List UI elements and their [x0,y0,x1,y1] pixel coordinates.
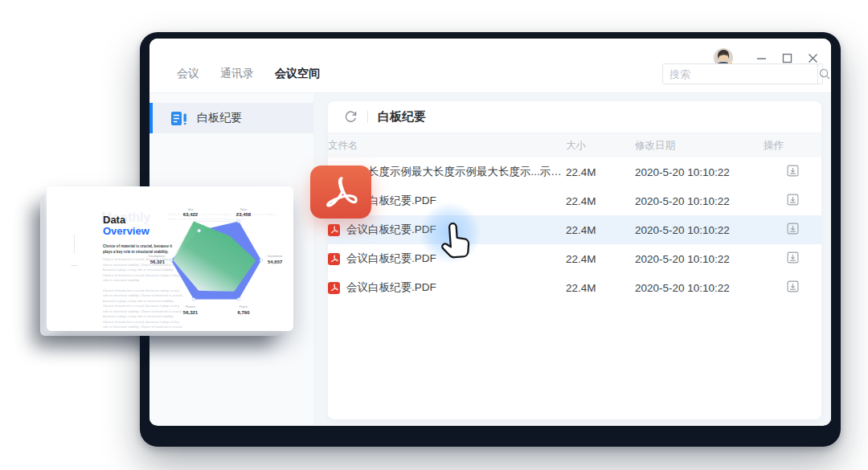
download-button[interactable] [786,193,800,206]
file-size: 22.4M [566,186,635,215]
file-size: 22.4M [566,244,635,273]
table-row[interactable]: 会议白板纪要.PDF 22.4M 2020-5-20 10:10:22 [328,273,821,302]
col-header-ops: 操作 [764,133,821,157]
pdf-file-icon [328,253,340,265]
main-nav: 会议 通讯录 会议空间 [177,67,320,81]
file-date: 2020-5-20 10:10:22 [635,215,764,244]
nav-item-contacts[interactable]: 通讯录 [220,67,254,81]
svg-text:56,321: 56,321 [150,260,166,264]
file-date: 2020-5-20 10:10:22 [635,157,764,186]
pdf-file-icon [328,224,340,236]
sidebar-item-label: 白板纪要 [197,111,242,125]
close-icon [808,53,818,63]
col-header-filename: 文件名 [328,133,566,157]
table-row[interactable]: 会议白板纪要.PDF 22.4M 2020-5-20 10:10:22 [328,244,821,273]
table-row[interactable]: 最大长度示例最大长度示例最大长度示...示例.PDF 22.4M 2020-5-… [328,157,821,186]
file-table-body: 最大长度示例最大长度示例最大长度示...示例.PDF 22.4M 2020-5-… [328,157,821,302]
download-icon [786,280,800,293]
svg-text:6,790: 6,790 [237,310,250,315]
pdf-file-big-icon [310,166,371,219]
document-preview: Monthly Choice of material is crucial, b… [47,186,293,331]
svg-text:Project: Project [240,305,248,309]
search-input[interactable] [663,64,817,84]
file-name: 会议白板纪要.PDF [346,251,436,266]
minimize-button[interactable] [755,52,767,63]
table-header-row: 文件名 大小 修改日期 操作 [328,133,821,157]
download-button[interactable] [786,251,800,264]
card-header: 白板纪要 [328,101,821,133]
download-button[interactable] [786,222,800,235]
file-name: 最大长度示例最大长度示例最大长度示...示例.PDF [346,165,566,179]
col-header-size: 大小 [566,133,635,157]
search-box [662,63,823,84]
nav-item-meeting-space[interactable]: 会议空间 [275,67,320,81]
slide-decoration [71,265,78,266]
main-area: 白板纪要 文件名 大小 修改日期 操作 [313,93,831,425]
svg-text:23,458: 23,458 [236,212,252,217]
preview-slide[interactable]: Monthly Choice of material is crucial, b… [47,186,293,331]
table-row[interactable]: 会议白板纪要.PDF 22.4M 2020-5-20 10:10:22 [328,215,821,244]
svg-text:Finance: Finance [186,305,195,309]
maximize-button[interactable] [781,52,792,63]
pdf-glyph [323,175,358,209]
download-icon [786,193,800,206]
top-bar: 会议 通讯录 会议空间 [149,39,831,93]
file-date: 2020-5-20 10:10:22 [635,186,764,215]
svg-text:Development: Development [149,255,165,258]
search-button[interactable] [817,64,831,84]
header-divider [367,111,368,123]
whiteboard-note-icon [170,111,187,126]
nav-item-meeting[interactable]: 会议 [177,67,199,81]
sidebar-item-whiteboard-notes[interactable]: 白板纪要 [149,103,313,133]
file-date: 2020-5-20 10:10:22 [635,244,764,273]
minimize-icon [756,53,767,63]
download-icon [786,164,800,178]
svg-text:Idea: Idea [188,208,194,211]
svg-text:Investments: Investments [268,255,283,258]
file-size: 22.4M [566,273,635,302]
svg-text:56,321: 56,321 [183,310,199,315]
radar-chart: Idea63,422Sales23,458Investments54,657Pr… [143,190,292,328]
file-size: 22.4M [566,157,635,186]
hand-cursor-icon [435,219,475,267]
svg-text:54,657: 54,657 [268,260,283,264]
file-size: 22.4M [566,215,635,244]
page-title: 白板纪要 [378,109,426,125]
slide-title: Data [103,214,125,226]
file-date: 2020-5-20 10:10:22 [635,273,764,302]
file-table: 文件名 大小 修改日期 操作 最大长度示例最大长度示例最大长度示... [328,133,821,302]
pdf-file-icon [328,282,340,294]
maximize-icon [782,53,792,63]
col-header-date: 修改日期 [635,133,764,157]
search-icon [818,67,831,80]
close-button[interactable] [807,52,818,63]
download-icon [786,251,800,264]
slide-decoration [74,235,75,254]
file-list-card: 白板纪要 文件名 大小 修改日期 操作 [328,101,821,419]
download-button[interactable] [786,164,800,178]
file-name: 会议白板纪要.PDF [346,280,436,295]
stage: 会议 通讯录 会议空间 [0,0,868,470]
svg-text:Sales: Sales [240,208,248,211]
svg-text:63,422: 63,422 [183,212,199,217]
refresh-button[interactable] [344,110,358,124]
refresh-icon [344,110,358,124]
download-icon [786,222,800,235]
table-row[interactable]: 会议白板纪要.PDF 22.4M 2020-5-20 10:10:22 [328,186,821,215]
download-button[interactable] [786,280,800,293]
